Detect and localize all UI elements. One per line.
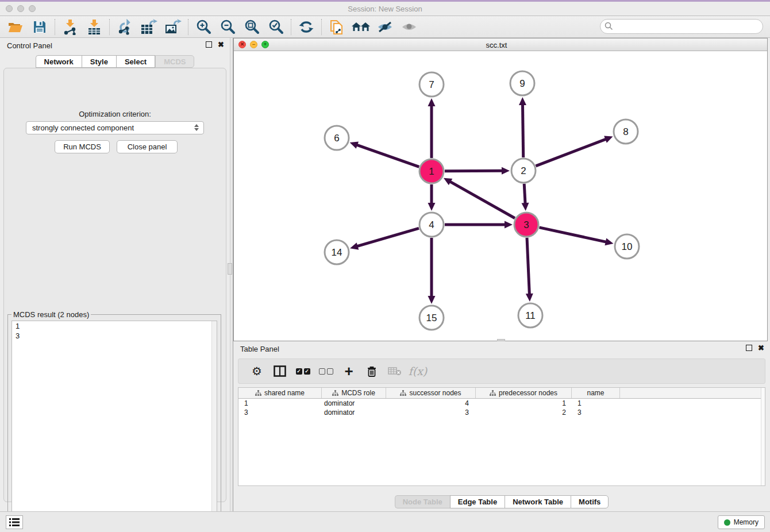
cell-successor-nodes: 4 (386, 399, 476, 408)
cell-predecessor-nodes: 1 (476, 399, 572, 408)
column-header-successor-nodes[interactable]: successor nodes (386, 388, 476, 398)
memory-status-dot (724, 519, 730, 526)
float-panel-icon[interactable] (206, 41, 212, 48)
hide-selected-button[interactable] (373, 18, 397, 36)
eye-icon (401, 21, 418, 33)
zoom-selected-button[interactable] (264, 18, 288, 36)
right-column: ✕ – + scc.txt 7968124314101511 Table Pan… (233, 38, 770, 511)
clone-network-button[interactable] (325, 18, 349, 36)
tab-edge-table[interactable]: Edge Table (450, 495, 505, 508)
cell-name: 3 (572, 408, 620, 417)
graph-arrowhead (350, 141, 359, 148)
import-network-button[interactable] (58, 18, 82, 36)
graph-edge-3-1[interactable] (449, 182, 515, 218)
toolbar-separator (188, 19, 188, 35)
run-mcds-button[interactable]: Run MCDS (55, 140, 110, 153)
table-settings-button[interactable]: ⚙ (247, 361, 267, 381)
zoom-fit-button[interactable] (240, 18, 264, 36)
column-header-mcds-role[interactable]: MCDS role (322, 388, 386, 398)
deselect-all-button[interactable] (315, 361, 336, 381)
export-network-button[interactable] (113, 18, 137, 36)
hierarchy-icon (255, 390, 261, 396)
network-canvas[interactable]: 7968124314101511 (234, 51, 767, 341)
export-network-icon (117, 19, 133, 35)
save-session-button[interactable] (28, 18, 52, 36)
graph-node-label: 9 (519, 78, 525, 89)
export-image-button[interactable] (161, 18, 185, 36)
graph-edge-3-11[interactable] (527, 238, 529, 295)
select-all-button[interactable]: ✓✓ (292, 361, 313, 381)
hierarchy-icon (332, 390, 338, 396)
graph-edge-2-3[interactable] (524, 184, 525, 204)
table-toolbar: ⚙ ✓✓ + (238, 358, 765, 384)
criterion-dropdown[interactable]: strongly connected component (26, 121, 204, 134)
search-input[interactable] (600, 19, 763, 34)
graph-arrowhead (428, 203, 436, 211)
network-title: scc.txt (234, 41, 759, 49)
unchecked-boxes-icon (319, 368, 333, 375)
network-view-window: ✕ – + scc.txt 7968124314101511 (233, 38, 768, 341)
home-layout-button[interactable] (349, 18, 373, 36)
control-panel-tabs: Network Style Select MCDS (0, 55, 230, 68)
tab-select[interactable]: Select (116, 55, 155, 68)
memory-button[interactable]: Memory (718, 515, 765, 529)
cell-successor-nodes: 3 (386, 408, 476, 417)
app-titlebar: Session: New Session (0, 2, 770, 16)
tab-motifs[interactable]: Motifs (571, 495, 609, 508)
column-header-predecessor-nodes[interactable]: predecessor nodes (476, 388, 572, 398)
status-bar: Memory (0, 511, 770, 532)
column-header-name[interactable]: name (572, 388, 620, 398)
zoom-out-button[interactable] (215, 18, 240, 36)
tab-mcds[interactable]: MCDS (155, 55, 194, 68)
graph-edge-1-2[interactable] (445, 171, 503, 171)
zoom-selected-icon (268, 19, 284, 35)
table-row[interactable]: 3 dominator 3 2 3 (238, 408, 765, 417)
graph-arrowhead (428, 98, 436, 106)
app-title: Session: New Session (0, 5, 770, 13)
clone-network-icon (329, 18, 345, 36)
function-builder-button[interactable]: f(x) (407, 361, 428, 381)
hierarchy-icon (490, 390, 496, 396)
add-column-button[interactable]: + (338, 361, 359, 381)
graph-arrowhead (526, 294, 533, 302)
graph-node-label: 10 (622, 241, 633, 252)
save-floppy-icon (33, 20, 47, 34)
graph-edge-2-9[interactable] (522, 104, 523, 157)
toolbar-separator (109, 19, 110, 35)
graph-edge-2-8[interactable] (536, 139, 606, 166)
control-panel-title: Control Panel (7, 41, 52, 50)
cell-predecessor-nodes: 2 (476, 408, 572, 417)
graph-edge-3-10[interactable] (539, 228, 606, 242)
close-panel-button[interactable]: Close panel (117, 140, 178, 153)
mcds-result-textarea[interactable]: 1 3 (11, 321, 217, 526)
open-file-button[interactable] (3, 18, 28, 36)
tab-node-table[interactable]: Node Table (395, 495, 450, 508)
graph-edge-4-14[interactable] (357, 228, 419, 246)
graph-edge-1-6[interactable] (356, 145, 419, 167)
float-table-panel-icon[interactable] (746, 345, 752, 351)
gear-icon: ⚙ (252, 364, 262, 378)
network-graph[interactable]: 7968124314101511 (234, 51, 767, 341)
task-history-button[interactable] (6, 515, 23, 529)
network-window-titlebar[interactable]: ✕ – + scc.txt (234, 38, 767, 51)
import-table-button[interactable] (82, 18, 106, 36)
table-scrollbar[interactable] (761, 388, 765, 485)
import-network-icon (63, 19, 78, 35)
show-columns-button[interactable] (270, 361, 290, 381)
close-panel-icon[interactable]: ✖ (218, 41, 224, 48)
close-table-panel-icon[interactable]: ✖ (758, 345, 764, 351)
table-row[interactable]: 1 dominator 4 1 1 (238, 399, 765, 408)
graph-arrowhead (428, 296, 436, 304)
tab-style[interactable]: Style (82, 55, 116, 68)
tab-network-table[interactable]: Network Table (505, 495, 571, 508)
refresh-button[interactable] (294, 18, 318, 36)
delete-table-button[interactable] (384, 361, 405, 381)
zoom-in-button[interactable] (191, 18, 215, 36)
result-scrollbar[interactable] (211, 321, 217, 526)
tab-network[interactable]: Network (36, 55, 82, 68)
show-all-button[interactable] (397, 18, 421, 36)
splitter-handle-icon[interactable] (228, 263, 232, 275)
column-header-shared-name[interactable]: shared name (238, 388, 322, 398)
export-table-button[interactable] (137, 18, 161, 36)
delete-column-button[interactable] (361, 361, 382, 381)
